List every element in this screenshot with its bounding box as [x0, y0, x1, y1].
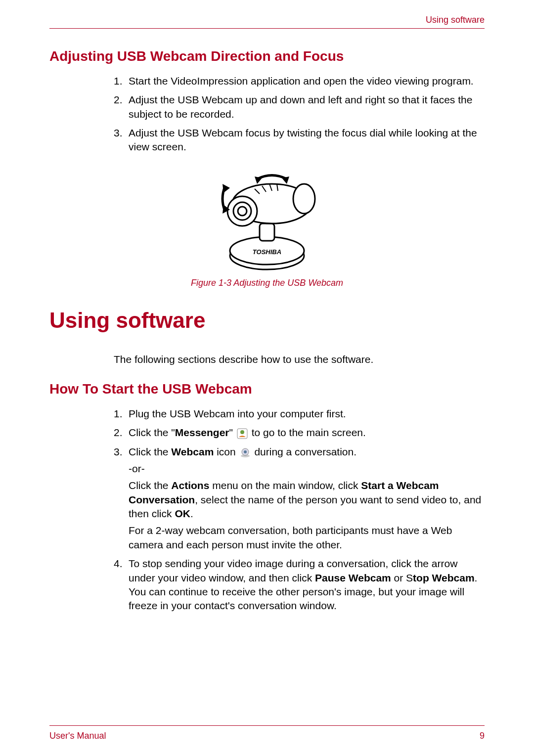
- messenger-icon: [237, 428, 248, 439]
- list-item: 4. To stop sending your video image duri…: [114, 557, 485, 613]
- list-item: 3. Click the Webcam icon during a conver…: [114, 445, 485, 552]
- svg-point-20: [244, 450, 247, 453]
- figure-caption: Figure 1-3 Adjusting the USB Webcam: [49, 278, 485, 288]
- step-text-tail: to go to the main screen.: [252, 427, 366, 438]
- intro-paragraph: The following sections describe how to u…: [114, 353, 485, 366]
- heading-how-to-start: How To Start the USB Webcam: [49, 381, 485, 397]
- footer-page-number: 9: [480, 731, 485, 741]
- svg-point-4: [293, 184, 315, 214]
- page-footer: User's Manual 9: [49, 725, 485, 741]
- brand-label: TOSHIBA: [253, 248, 281, 256]
- alt-instruction: Click the Actions menu on the main windo…: [129, 479, 485, 521]
- bold-webcam: Webcam: [171, 446, 214, 457]
- page-container: Using software Adjusting USB Webcam Dire…: [0, 0, 534, 756]
- list-item: 1.Plug the USB Webcam into your computer…: [114, 407, 485, 421]
- list-item: 1.Start the VideoImpression application …: [114, 74, 485, 88]
- step-text: Start the VideoImpression application an…: [129, 75, 474, 87]
- list-item: 2.Adjust the USB Webcam up and down and …: [114, 93, 485, 121]
- steps-list-adjusting: 1.Start the VideoImpression application …: [114, 74, 485, 159]
- heading-adjusting-webcam: Adjusting USB Webcam Direction and Focus: [49, 48, 485, 64]
- svg-marker-12: [222, 184, 230, 193]
- list-item: 3.Adjust the USB Webcam focus by twistin…: [114, 126, 485, 154]
- step-text: Adjust the USB Webcam up and down and le…: [129, 94, 472, 119]
- step-text: Adjust the USB Webcam focus by twisting …: [129, 127, 477, 152]
- webcam-illustration: TOSHIBA: [198, 169, 336, 273]
- or-text: -or-: [129, 462, 485, 476]
- step-text-tail: during a conversation.: [254, 446, 356, 457]
- step-text: Plug the USB Webcam into your computer f…: [129, 408, 346, 419]
- svg-point-17: [240, 430, 244, 434]
- header-section-label: Using software: [49, 15, 485, 29]
- bold-messenger: Messenger: [175, 427, 229, 438]
- footer-manual-label: User's Manual: [49, 731, 106, 741]
- step-text-pre: Click the: [129, 446, 171, 457]
- svg-rect-2: [260, 223, 274, 241]
- figure-webcam: TOSHIBA: [49, 169, 485, 288]
- two-way-note: For a 2-way webcam conversation, both pa…: [129, 524, 485, 552]
- heading-using-software: Using software: [49, 308, 485, 333]
- steps-list-start-webcam: 1.Plug the USB Webcam into your computer…: [114, 407, 485, 618]
- webcam-icon: [240, 447, 251, 458]
- svg-point-7: [238, 207, 247, 216]
- step-text-pre: Click the ": [129, 427, 175, 438]
- list-item: 2. Click the "Messenger" to go to the ma…: [114, 426, 485, 440]
